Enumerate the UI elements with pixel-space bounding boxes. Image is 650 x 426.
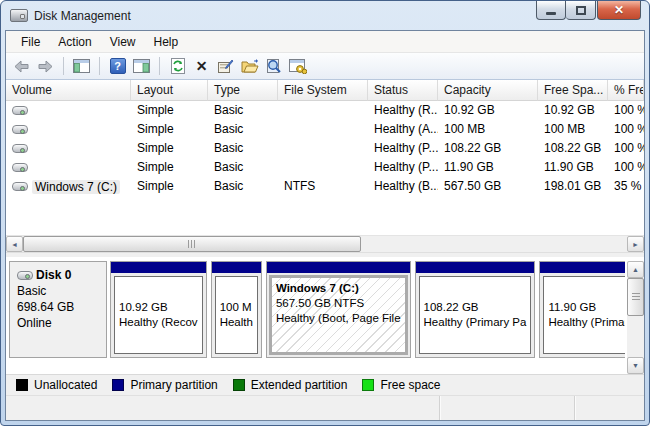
partition-title: Windows 7 (C:) bbox=[276, 281, 401, 296]
help-icon[interactable]: ? bbox=[108, 57, 127, 76]
partition-primary-2[interactable]: 11.90 GB Healthy (Primary bbox=[539, 261, 625, 358]
column-header-status[interactable]: Status bbox=[368, 80, 438, 101]
status-pane bbox=[6, 396, 439, 420]
volume-layout: Simple bbox=[131, 139, 208, 158]
volume-free: 108.22 GB bbox=[538, 139, 608, 158]
column-header-file-system[interactable]: File System bbox=[278, 80, 368, 101]
close-button[interactable]: ✕ bbox=[597, 1, 641, 20]
partition-recovery[interactable]: 10.92 GB Healthy (Recov bbox=[110, 261, 207, 358]
minimize-button[interactable] bbox=[536, 1, 566, 20]
forward-icon[interactable] bbox=[36, 57, 55, 76]
close-icon: ✕ bbox=[614, 3, 624, 17]
volume-list-header: Volume Layout Type File System Status Ca… bbox=[6, 80, 644, 101]
status-bar bbox=[6, 395, 644, 420]
volume-row[interactable]: Simple Basic Healthy (P... 108.22 GB 108… bbox=[6, 139, 644, 158]
vertical-scrollbar-thumb[interactable] bbox=[627, 278, 644, 316]
partition-color-band bbox=[111, 262, 206, 273]
volume-capacity: 100 MB bbox=[438, 120, 538, 139]
volume-fs bbox=[278, 120, 368, 139]
legend-bar: Unallocated Primary partition Extended p… bbox=[6, 374, 644, 395]
volume-pct-free: 100 % bbox=[608, 101, 644, 120]
refresh-icon[interactable] bbox=[168, 57, 187, 76]
properties-icon[interactable] bbox=[216, 57, 235, 76]
legend-primary-partition: Primary partition bbox=[112, 378, 217, 392]
column-header-type[interactable]: Type bbox=[208, 80, 278, 101]
horizontal-scrollbar[interactable]: ◄ ► bbox=[6, 235, 644, 252]
volume-capacity: 567.50 GB bbox=[438, 177, 538, 196]
disk-0-header[interactable]: Disk 0 Basic 698.64 GB Online bbox=[9, 261, 107, 358]
menu-bar: File Action View Help bbox=[6, 31, 644, 53]
maximize-button[interactable] bbox=[566, 1, 596, 20]
partitions-strip: 10.92 GB Healthy (Recov 100 M Health bbox=[110, 261, 625, 358]
column-header-volume[interactable]: Volume bbox=[6, 80, 131, 101]
menu-action[interactable]: Action bbox=[49, 32, 100, 52]
volume-fs bbox=[278, 158, 368, 177]
volume-type: Basic bbox=[208, 177, 278, 196]
toolbar: ? ✕ bbox=[6, 53, 644, 80]
volume-name: Windows 7 (C:) bbox=[32, 180, 120, 194]
volume-status: Healthy (R... bbox=[368, 101, 438, 120]
volume-icon bbox=[12, 144, 28, 153]
vertical-scrollbar-track[interactable] bbox=[627, 316, 644, 357]
volume-row[interactable]: Simple Basic Healthy (R... 10.92 GB 10.9… bbox=[6, 101, 644, 120]
partition-size: 100 M bbox=[220, 300, 253, 315]
volume-free: 10.92 GB bbox=[538, 101, 608, 120]
delete-icon[interactable]: ✕ bbox=[192, 57, 211, 76]
volume-row-windows7[interactable]: Windows 7 (C:) Simple Basic NTFS Healthy… bbox=[6, 177, 644, 196]
console-settings-icon[interactable] bbox=[288, 57, 307, 76]
column-header-free-space[interactable]: Free Spa... bbox=[538, 80, 608, 101]
free-space-swatch-icon bbox=[362, 379, 374, 391]
legend-free-space: Free space bbox=[362, 378, 440, 392]
volume-type: Basic bbox=[208, 120, 278, 139]
volume-capacity: 11.90 GB bbox=[438, 158, 538, 177]
primary-partition-swatch-icon bbox=[112, 379, 124, 391]
find-icon[interactable] bbox=[264, 57, 283, 76]
toolbar-separator bbox=[99, 57, 100, 75]
volume-row[interactable]: Simple Basic Healthy (A... 100 MB 100 MB… bbox=[6, 120, 644, 139]
scroll-right-icon[interactable]: ► bbox=[627, 236, 644, 252]
column-header-capacity[interactable]: Capacity bbox=[438, 80, 538, 101]
volume-row[interactable]: Simple Basic Healthy (P... 11.90 GB 11.9… bbox=[6, 158, 644, 177]
partition-status: Healthy (Primary Pa bbox=[424, 315, 527, 330]
volume-icon bbox=[12, 106, 28, 115]
maximize-icon bbox=[576, 6, 586, 15]
volume-icon bbox=[12, 182, 28, 191]
partition-size: 108.22 GB bbox=[424, 300, 527, 315]
scroll-up-icon[interactable]: ▲ bbox=[627, 261, 644, 278]
partition-system[interactable]: 100 M Health bbox=[211, 261, 262, 358]
horizontal-scrollbar-thumb[interactable] bbox=[23, 236, 361, 252]
partition-windows7-c[interactable]: Windows 7 (C:) 567.50 GB NTFS Healthy (B… bbox=[266, 261, 411, 358]
volume-status: Healthy (P... bbox=[368, 139, 438, 158]
back-icon[interactable] bbox=[12, 57, 31, 76]
partition-size: 10.92 GB bbox=[119, 300, 198, 315]
volume-status: Healthy (P... bbox=[368, 158, 438, 177]
scroll-left-icon[interactable]: ◄ bbox=[6, 236, 23, 252]
column-header-layout[interactable]: Layout bbox=[131, 80, 208, 101]
volume-layout: Simple bbox=[131, 101, 208, 120]
partition-primary-1[interactable]: 108.22 GB Healthy (Primary Pa bbox=[415, 261, 536, 358]
menu-view[interactable]: View bbox=[101, 32, 145, 52]
extended-partition-swatch-icon bbox=[233, 379, 245, 391]
volume-type: Basic bbox=[208, 101, 278, 120]
disk-0-row: Disk 0 Basic 698.64 GB Online 10.92 GB H… bbox=[9, 261, 625, 358]
menu-help[interactable]: Help bbox=[145, 32, 188, 52]
disk-graphical-pane: Disk 0 Basic 698.64 GB Online 10.92 GB H… bbox=[6, 257, 644, 374]
window-controls: ✕ bbox=[536, 1, 641, 20]
horizontal-scrollbar-track[interactable] bbox=[361, 236, 627, 252]
show-action-pane-icon[interactable] bbox=[132, 57, 151, 76]
show-console-tree-icon[interactable] bbox=[72, 57, 91, 76]
legend-unallocated: Unallocated bbox=[16, 378, 97, 392]
volume-type: Basic bbox=[208, 158, 278, 177]
volume-fs: NTFS bbox=[278, 177, 368, 196]
menu-file[interactable]: File bbox=[12, 32, 49, 52]
volume-status: Healthy (A... bbox=[368, 120, 438, 139]
open-folder-icon[interactable] bbox=[240, 57, 259, 76]
volume-pct-free: 35 % bbox=[608, 177, 644, 196]
disk-status: Online bbox=[17, 315, 99, 331]
column-header-pct-free[interactable]: % Fre bbox=[608, 80, 644, 101]
scroll-down-icon[interactable]: ▼ bbox=[627, 357, 644, 374]
volume-pct-free: 100 % bbox=[608, 158, 644, 177]
disk-type: Basic bbox=[17, 283, 99, 299]
status-pane bbox=[439, 396, 574, 420]
vertical-scrollbar[interactable]: ▲ ▼ bbox=[627, 261, 644, 374]
